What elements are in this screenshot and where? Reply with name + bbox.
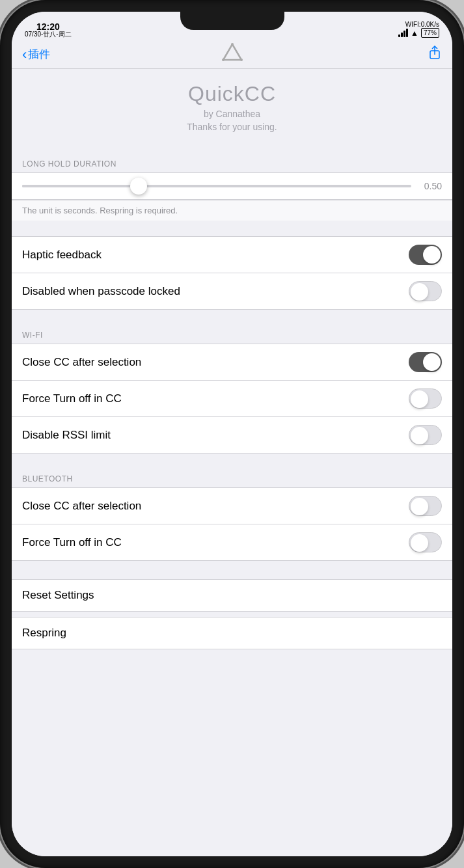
- app-thanks: Thanks for your using.: [12, 122, 452, 132]
- bluetooth-section: BLUETOOTH Close CC after selection Force…: [12, 469, 452, 561]
- svg-point-1: [231, 43, 234, 46]
- passcode-locked-toggle-thumb: [411, 283, 428, 301]
- slider-hint-text: The unit is seconds. Respring is require…: [22, 206, 442, 215]
- wifi-section-body: Close CC after selection Force Turn off …: [12, 344, 452, 454]
- wifi-icon: ▲: [411, 29, 418, 38]
- bt-close-cc-toggle-thumb: [411, 498, 428, 515]
- passcode-locked-label: Disabled when passcode locked: [22, 285, 409, 298]
- respring-row[interactable]: Respring: [12, 617, 452, 649]
- reset-settings-label: Reset Settings: [22, 589, 94, 602]
- screen: 12:20 07/30-廿八-周二 WIFI:0.0K/s ▲ 77%: [12, 12, 452, 856]
- reset-settings-row[interactable]: Reset Settings: [12, 579, 452, 612]
- phone-frame: 12:20 07/30-廿八-周二 WIFI:0.0K/s ▲ 77%: [0, 0, 464, 868]
- bt-close-cc-label: Close CC after selection: [22, 500, 409, 513]
- signal-icon: [398, 29, 408, 37]
- status-time: 12:20: [36, 22, 60, 31]
- bt-force-turn-off-toggle[interactable]: [409, 532, 442, 552]
- svg-marker-0: [223, 44, 241, 60]
- wifi-speed: WIFI:0.0K/s: [405, 21, 439, 28]
- wifi-section-header: WI-FI: [12, 325, 452, 344]
- slider-track[interactable]: [22, 185, 411, 187]
- bt-force-turn-off-label: Force Turn off in CC: [22, 536, 409, 549]
- bt-close-cc-toggle[interactable]: [409, 496, 442, 516]
- general-section: Haptic feedback Disabled when passcode l…: [12, 236, 452, 310]
- app-header: QuickCC by Cannathea Thanks for your usi…: [12, 69, 452, 139]
- svg-point-3: [222, 59, 225, 61]
- wifi-rssi-row: Disable RSSI limit: [12, 417, 452, 453]
- app-logo-icon: [221, 42, 244, 65]
- haptic-feedback-label: Haptic feedback: [22, 249, 409, 262]
- haptic-feedback-row: Haptic feedback: [12, 237, 452, 273]
- wifi-rssi-toggle-thumb: [411, 427, 428, 444]
- wifi-force-turn-off-toggle[interactable]: [409, 388, 442, 409]
- status-bar: 12:20 07/30-廿八-周二 WIFI:0.0K/s ▲ 77%: [12, 12, 452, 40]
- share-icon: [428, 46, 442, 60]
- wifi-section: WI-FI Close CC after selection Force Tur…: [12, 325, 452, 454]
- status-icons: ▲ 77%: [398, 28, 439, 38]
- haptic-feedback-toggle-thumb: [423, 246, 441, 264]
- passcode-locked-toggle[interactable]: [409, 281, 442, 301]
- notch: [180, 12, 284, 30]
- slider-hint: The unit is seconds. Respring is require…: [12, 200, 452, 221]
- bt-force-turn-off-toggle-thumb: [411, 534, 428, 552]
- wifi-force-turn-off-label: Force Turn off in CC: [22, 392, 409, 405]
- wifi-close-cc-label: Close CC after selection: [22, 356, 409, 369]
- back-label: 插件: [28, 47, 50, 62]
- slider-row: 0.50: [22, 181, 442, 191]
- slider-value: 0.50: [419, 181, 442, 191]
- slider-section: LONG HOLD DURATION 0.50 The unit is seco…: [12, 154, 452, 221]
- back-chevron-icon: ‹: [22, 46, 27, 63]
- wifi-rssi-toggle[interactable]: [409, 425, 442, 445]
- nav-bar: ‹ 插件: [12, 40, 452, 69]
- passcode-locked-row: Disabled when passcode locked: [12, 273, 452, 309]
- wifi-close-cc-toggle-thumb: [423, 353, 441, 371]
- slider-thumb[interactable]: [130, 178, 147, 195]
- general-section-body: Haptic feedback Disabled when passcode l…: [12, 236, 452, 310]
- wifi-force-turn-off-row: Force Turn off in CC: [12, 381, 452, 417]
- slider-section-header: LONG HOLD DURATION: [12, 154, 452, 172]
- app-byline: by Cannathea: [12, 109, 452, 119]
- main-content: QuickCC by Cannathea Thanks for your usi…: [12, 69, 452, 856]
- bluetooth-section-header: BLUETOOTH: [12, 469, 452, 487]
- respring-label: Respring: [22, 627, 66, 640]
- share-button[interactable]: [428, 46, 442, 63]
- bt-force-turn-off-row: Force Turn off in CC: [12, 524, 452, 560]
- nav-logo-container: [221, 42, 244, 68]
- wifi-close-cc-toggle[interactable]: [409, 352, 442, 372]
- slider-fill: [22, 185, 139, 187]
- bt-close-cc-row: Close CC after selection: [12, 488, 452, 524]
- wifi-force-turn-off-toggle-thumb: [411, 390, 428, 408]
- status-left: 12:20 07/30-廿八-周二: [25, 22, 72, 38]
- wifi-close-cc-row: Close CC after selection: [12, 344, 452, 381]
- bluetooth-section-body: Close CC after selection Force Turn off …: [12, 487, 452, 561]
- svg-point-2: [240, 59, 243, 61]
- status-date: 07/30-廿八-周二: [25, 31, 72, 38]
- slider-body: 0.50: [12, 172, 452, 200]
- app-title: QuickCC: [12, 82, 452, 106]
- status-right: WIFI:0.0K/s ▲ 77%: [398, 21, 439, 38]
- battery-icon: 77%: [421, 28, 439, 38]
- back-button[interactable]: ‹ 插件: [22, 46, 50, 63]
- wifi-rssi-label: Disable RSSI limit: [22, 429, 409, 442]
- haptic-feedback-toggle[interactable]: [409, 245, 442, 265]
